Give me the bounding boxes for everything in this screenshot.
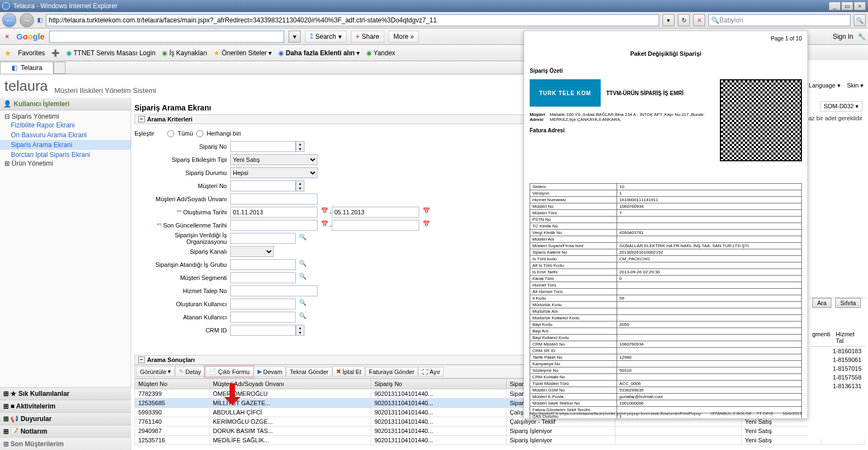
google-more-button[interactable]: More » <box>389 31 419 43</box>
cal-olusturma-to[interactable]: 📅 <box>421 207 431 217</box>
input-gunc-to[interactable] <box>332 220 419 231</box>
far-sifirla-button[interactable]: Sıfırla <box>835 298 861 308</box>
tb-detay[interactable]: ✎Detay <box>175 366 205 377</box>
tree-urun-root[interactable]: ⊞ Ürün Yönetimi <box>0 160 131 167</box>
fav-add-tab-group[interactable]: ➕ <box>51 49 60 57</box>
lookup-olusturan[interactable]: 🔍 <box>298 299 308 309</box>
select-durumu[interactable]: Hepsi <box>230 167 318 178</box>
wrench-icon[interactable]: 🔧 <box>858 33 866 40</box>
lookup-grup[interactable]: 🔍 <box>298 260 308 270</box>
language-menu[interactable]: Language ▾ <box>809 82 841 89</box>
far-id-row[interactable]: 1-8157558 <box>810 373 866 382</box>
disclosure-results[interactable]: − <box>138 357 145 363</box>
nav-forward[interactable]: → <box>20 13 34 27</box>
far-id-row[interactable]: 1-8160183 <box>810 347 866 355</box>
tb-fatura[interactable]: Faturaya Gönder <box>365 367 418 377</box>
spinner-siparisno[interactable]: ▴▾ <box>296 141 304 152</box>
col-musterino[interactable]: Müşteri No <box>135 379 210 389</box>
fav-daha[interactable]: ◉ Daha fazla Eklenti alın ▾ <box>278 49 360 57</box>
sb-son[interactable]: ⊞ Son Müşterilerim <box>0 437 131 450</box>
print-ozet: Sipariş Özeti <box>530 68 802 74</box>
cal-gunc-to[interactable]: 📅 <box>421 220 431 230</box>
match-all-radio[interactable] <box>167 130 174 137</box>
input-musteriadi[interactable] <box>230 194 318 204</box>
favorites-label[interactable]: Favorites <box>18 49 45 57</box>
sb-aktivite[interactable]: ⊞ ■ Aktivitelerim <box>0 400 131 412</box>
address-bar[interactable]: http://telaura.turktelekom.com.tr/telaur… <box>46 14 659 26</box>
input-segment[interactable] <box>230 272 296 283</box>
google-search-button[interactable]: ⁑Search ▾ <box>305 31 347 43</box>
favorites-star-icon[interactable]: ★ <box>4 49 11 57</box>
input-talep[interactable] <box>230 285 318 296</box>
input-siparisno[interactable] <box>230 141 296 152</box>
fav-yandex[interactable]: ◉ Yandex <box>366 49 395 57</box>
input-atanan[interactable] <box>230 312 296 323</box>
tb-tekrar[interactable]: Tekrar Gönder <box>286 367 332 377</box>
tb-ayir[interactable]: ⛶Ayır <box>418 367 444 377</box>
sb-notlar[interactable]: ⊞ 📝 Notlarım <box>0 425 131 437</box>
input-olusturma-from[interactable] <box>230 207 318 218</box>
far-ara-button[interactable]: Ara <box>812 298 831 308</box>
win-restore[interactable]: ▭ <box>841 2 853 10</box>
far-col-segment[interactable]: gmenti <box>812 331 830 344</box>
new-tab[interactable] <box>54 62 66 74</box>
nav-back[interactable]: ← <box>2 13 16 27</box>
table-row[interactable]: 12535716MEDİLİFE SAĞLIK...90201311041014… <box>135 436 865 445</box>
fav-oner[interactable]: ★ Önerilen Siteler ▾ <box>214 49 272 57</box>
google-search-input[interactable] <box>49 31 284 43</box>
tb-iptal[interactable]: ✖İptal Et <box>332 366 365 377</box>
tb-goruntule[interactable]: Görüntüle ▾ <box>136 366 175 377</box>
input-musterino[interactable] <box>230 180 296 191</box>
google-search-dropdown[interactable]: ▾ <box>289 31 301 43</box>
tb-cikti[interactable]: 📄Çıktı Formu <box>205 366 253 377</box>
tree-onbasvuru[interactable]: On Basvuru Arama Ekrani <box>0 130 131 140</box>
lookup-atanan[interactable]: 🔍 <box>298 312 308 322</box>
lookup-segment[interactable]: 🔍 <box>298 273 308 283</box>
spinner-musterino[interactable]: ▴▾ <box>296 180 304 191</box>
google-signin[interactable]: Sign In <box>833 33 853 40</box>
stop-button[interactable]: ✕ <box>693 14 705 26</box>
disclosure-icon[interactable]: − <box>138 116 145 122</box>
skin-menu[interactable]: Skin ▾ <box>847 82 864 89</box>
print-page-indicator: Page 1 of 10 <box>530 36 802 45</box>
search-go[interactable]: 🔍 <box>854 14 866 26</box>
browser-tab[interactable]: ◧Telaura <box>0 62 54 74</box>
lookup-org[interactable]: 🔍 <box>298 233 308 243</box>
select-etkilesim[interactable]: Yeni Satış <box>230 154 318 165</box>
tb-devam[interactable]: ▶Devam <box>254 366 286 377</box>
refresh-button[interactable]: ↻ <box>678 14 690 26</box>
close-toolbar[interactable]: × <box>2 32 12 42</box>
far-id-row[interactable]: 1-8136131 <box>810 382 866 390</box>
tree-borctan[interactable]: Borctan Iptal Siparis Ekrani <box>0 150 131 160</box>
far-id-row[interactable]: 1-8159061 <box>810 355 866 364</box>
browser-search[interactable]: 🔍 Babylon <box>708 14 851 26</box>
input-org[interactable] <box>230 233 296 244</box>
input-olusturan[interactable] <box>230 299 296 309</box>
far-id-row[interactable]: 1-8157015 <box>810 364 866 373</box>
tree-siparis-root[interactable]: ⊟ Siparis Yönetimi <box>0 113 131 120</box>
col-siparisno[interactable]: Sipariş No <box>371 379 506 389</box>
match-any-radio[interactable] <box>196 130 203 137</box>
win-minimize[interactable]: _ <box>829 2 841 10</box>
sidebar-header-user-ops[interactable]: 👤Kullanıcı İşlemleri <box>0 98 131 110</box>
input-olusturma-to[interactable] <box>332 207 419 218</box>
cal-olusturma-from[interactable]: 📅 <box>320 207 330 217</box>
spinner-crm[interactable]: ▴▾ <box>296 325 304 336</box>
input-crm[interactable] <box>230 325 296 336</box>
cal-gunc-from[interactable]: 📅 <box>320 220 330 230</box>
fav-kaynak[interactable]: ◉ İş Kaynakları <box>162 49 207 57</box>
fav-ttnet[interactable]: ◉ TTNET Servis Masası Login <box>66 49 155 57</box>
far-col-hizmet[interactable]: Hizmet Tal <box>836 331 864 344</box>
tree-fizibilite[interactable]: Fizibilite Rapor Ekrani <box>0 120 131 130</box>
google-share-button[interactable]: +Share <box>351 31 384 43</box>
table-row[interactable]: 2940987DORUK BASIM TAS...902013110410144… <box>135 426 865 436</box>
sb-sik[interactable]: ⊞ ★ Sık Kullanılanlar <box>0 387 131 400</box>
select-kanal[interactable] <box>230 246 274 257</box>
win-close[interactable]: × <box>854 2 866 10</box>
addr-dropdown[interactable]: ▾ <box>662 14 675 26</box>
print-fatura-lbl: Fatura Adresi <box>530 127 713 133</box>
sb-duyuru[interactable]: ⊞ 📢 Duyurular <box>0 412 131 425</box>
input-gunc-from[interactable] <box>230 220 318 231</box>
input-grup[interactable] <box>230 259 296 270</box>
tree-siparis-arama[interactable]: Siparis Arama Ekrani <box>0 140 131 150</box>
